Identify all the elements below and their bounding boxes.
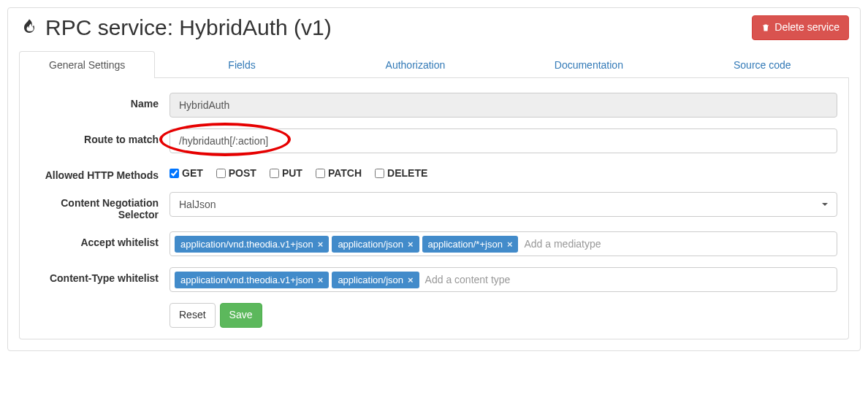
- tag-text: application/json: [338, 239, 403, 250]
- checkbox-patch[interactable]: [316, 169, 325, 178]
- method-patch[interactable]: PATCH: [316, 167, 362, 179]
- cn-selector[interactable]: HalJson: [170, 192, 837, 217]
- label-name: Name: [31, 93, 170, 110]
- ct-wrap: application/vnd.theodia.v1+json × applic…: [170, 267, 837, 292]
- label-get: GET: [182, 167, 203, 179]
- tag-remove-icon[interactable]: ×: [318, 239, 324, 250]
- caret-down-icon: [822, 203, 828, 206]
- row-name: Name: [31, 93, 837, 118]
- row-cn-selector: Content Negotiation Selector HalJson: [31, 192, 837, 220]
- reset-button[interactable]: Reset: [170, 303, 216, 328]
- tabs: General Settings Fields Authorization Do…: [19, 51, 849, 78]
- label-ct-whitelist: Content-Type whitelist: [31, 267, 170, 284]
- row-ct-whitelist: Content-Type whitelist application/vnd.t…: [31, 267, 837, 292]
- checkbox-delete[interactable]: [375, 169, 384, 178]
- tab-content: Name Route to match Allowed HTTP Methods: [19, 78, 849, 339]
- tag-text: application/json: [338, 274, 403, 285]
- service-panel: RPC service: HybridAuth (v1) Delete serv…: [7, 7, 861, 351]
- tab-authorization[interactable]: Authorization: [329, 51, 502, 78]
- tab-general-settings[interactable]: General Settings: [19, 51, 155, 78]
- tag-remove-icon[interactable]: ×: [408, 239, 414, 250]
- method-get[interactable]: GET: [170, 167, 203, 179]
- panel-header: RPC service: HybridAuth (v1) Delete serv…: [8, 8, 860, 40]
- route-input[interactable]: [170, 128, 837, 153]
- ct-tag: application/vnd.theodia.v1+json ×: [175, 272, 329, 288]
- tag-remove-icon[interactable]: ×: [318, 274, 324, 285]
- panel-body: General Settings Fields Authorization Do…: [8, 40, 860, 350]
- delete-service-label: Delete service: [774, 20, 840, 35]
- tag-text: application/vnd.theodia.v1+json: [180, 274, 313, 285]
- save-button[interactable]: Save: [220, 303, 262, 328]
- label-cn-selector: Content Negotiation Selector: [31, 192, 170, 220]
- label-methods: Allowed HTTP Methods: [31, 164, 170, 181]
- tag-remove-icon[interactable]: ×: [408, 274, 414, 285]
- form-actions: Reset Save: [170, 303, 837, 328]
- route-wrap: [170, 128, 837, 153]
- ct-tag-input[interactable]: application/vnd.theodia.v1+json × applic…: [170, 267, 837, 292]
- accept-tag: application/json ×: [332, 236, 419, 253]
- checkbox-put[interactable]: [270, 169, 279, 178]
- tag-text: application/*+json: [428, 239, 503, 250]
- label-delete: DELETE: [387, 167, 427, 179]
- name-input: [170, 93, 837, 118]
- checkbox-post[interactable]: [216, 169, 226, 178]
- tab-documentation[interactable]: Documentation: [502, 51, 675, 78]
- tab-source-code[interactable]: Source code: [676, 51, 849, 78]
- delete-service-button[interactable]: Delete service: [752, 15, 849, 40]
- tag-text: application/vnd.theodia.v1+json: [180, 239, 313, 250]
- cn-selector-wrap: HalJson: [170, 192, 837, 217]
- methods-group: GET POST PUT PATCH: [170, 164, 837, 179]
- label-patch: PATCH: [328, 167, 362, 179]
- accept-tag: application/vnd.theodia.v1+json ×: [175, 236, 329, 253]
- label-accept-whitelist: Accept whitelist: [31, 231, 170, 248]
- method-post[interactable]: POST: [216, 167, 256, 179]
- accept-tag: application/*+json ×: [422, 236, 519, 253]
- name-wrap: [170, 93, 837, 118]
- accept-placeholder[interactable]: Add a mediatype: [521, 237, 604, 251]
- label-put: PUT: [282, 167, 302, 179]
- accept-wrap: application/vnd.theodia.v1+json × applic…: [170, 231, 837, 256]
- accept-tag-input[interactable]: application/vnd.theodia.v1+json × applic…: [170, 231, 837, 256]
- label-post: POST: [229, 167, 256, 179]
- row-methods: Allowed HTTP Methods GET POST PUT: [31, 164, 837, 181]
- tab-fields[interactable]: Fields: [155, 51, 328, 78]
- method-delete[interactable]: DELETE: [375, 167, 427, 179]
- cn-selector-value: HalJson: [179, 199, 216, 210]
- flame-icon: [19, 18, 39, 38]
- ct-tag: application/json ×: [332, 272, 419, 288]
- ct-placeholder[interactable]: Add a content type: [422, 272, 514, 287]
- tag-remove-icon[interactable]: ×: [507, 239, 513, 250]
- checkbox-get[interactable]: [170, 169, 179, 178]
- trash-icon: [761, 23, 770, 32]
- page-title-text: RPC service: HybridAuth (v1): [45, 15, 332, 40]
- page-title: RPC service: HybridAuth (v1): [19, 15, 332, 40]
- method-put[interactable]: PUT: [270, 167, 302, 179]
- row-route: Route to match: [31, 128, 837, 153]
- row-accept-whitelist: Accept whitelist application/vnd.theodia…: [31, 231, 837, 256]
- label-route: Route to match: [31, 128, 170, 145]
